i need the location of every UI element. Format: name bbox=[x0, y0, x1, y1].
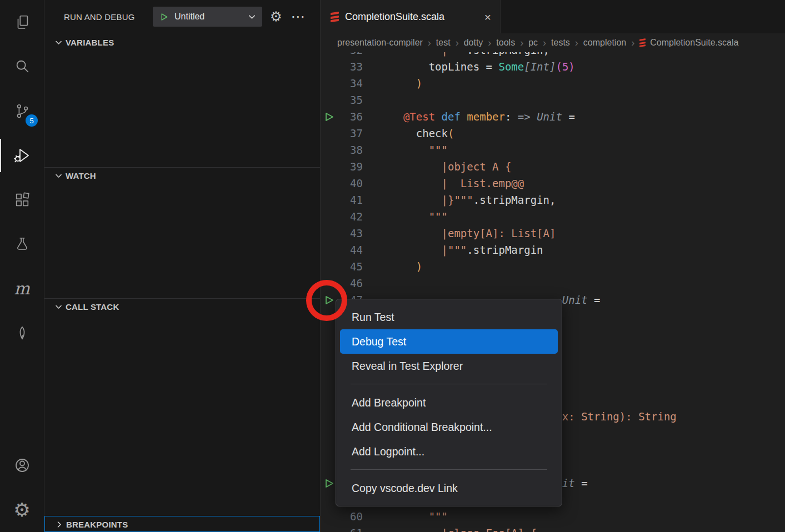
source-control-icon[interactable]: 5 bbox=[0, 89, 44, 133]
breadcrumb-item[interactable]: tests bbox=[551, 38, 570, 48]
line-number: 40 bbox=[337, 175, 363, 192]
code-text: topLines = Some[Int](5) bbox=[363, 58, 575, 75]
code-line-37: 37 check( bbox=[321, 125, 785, 142]
chevron-right-icon bbox=[54, 520, 64, 529]
line-number: 37 bbox=[337, 125, 363, 142]
code-line-32: 32 |""".stripMargin, bbox=[321, 52, 785, 58]
gutter bbox=[321, 92, 337, 108]
vscode-window: 5 m bbox=[0, 0, 785, 532]
accounts-icon[interactable] bbox=[0, 443, 44, 488]
breadcrumb-item[interactable]: completion bbox=[583, 38, 626, 48]
breadcrumb-item[interactable]: CompletionSuite.scala bbox=[650, 38, 738, 48]
menu-item-debug-test[interactable]: Debug Test bbox=[340, 329, 558, 354]
menu-item-add-conditional-breakpoint[interactable]: Add Conditional Breakpoint... bbox=[340, 415, 558, 439]
gutter bbox=[321, 192, 337, 208]
gutter bbox=[321, 441, 337, 458]
code-text: @Test def member: => Unit = bbox=[363, 108, 575, 125]
gutter bbox=[321, 175, 337, 192]
code-line-44: 44 |""".stripMargin bbox=[321, 242, 785, 258]
search-icon[interactable] bbox=[0, 44, 44, 89]
section-header-watch[interactable]: WATCH bbox=[44, 168, 320, 184]
code-line-33: 33 topLines = Some[Int](5) bbox=[321, 58, 785, 75]
menu-separator bbox=[351, 384, 547, 384]
red-circle-annotation bbox=[306, 280, 347, 321]
extensions-icon[interactable] bbox=[0, 178, 44, 222]
line-number: 38 bbox=[337, 142, 363, 158]
menu-item-run-test[interactable]: Run Test bbox=[340, 305, 558, 329]
breadcrumb: presentation-compiler›test›dotty›tools›p… bbox=[321, 33, 785, 52]
code-text: ) bbox=[363, 75, 422, 92]
line-number: 39 bbox=[337, 158, 363, 175]
breadcrumb-separator-icon: › bbox=[543, 37, 546, 49]
explorer-icon[interactable] bbox=[0, 0, 44, 44]
gutter bbox=[321, 242, 337, 258]
menu-item-copy-vscode-dev-link[interactable]: Copy vscode.dev Link bbox=[340, 476, 558, 500]
section-label: WATCH bbox=[66, 171, 96, 180]
breadcrumb-item[interactable]: pc bbox=[528, 38, 538, 48]
menu-item-reveal-in-test-explorer[interactable]: Reveal in Test Explorer bbox=[340, 354, 558, 378]
breadcrumb-item[interactable]: test bbox=[436, 38, 451, 48]
section-header-call-stack[interactable]: CALL STACK bbox=[44, 299, 320, 315]
start-debugging-icon[interactable] bbox=[159, 12, 169, 22]
code-line-45: 45 ) bbox=[321, 258, 785, 275]
activity-bar: 5 m bbox=[0, 0, 44, 532]
close-tab-icon[interactable]: × bbox=[482, 11, 493, 23]
launch-config-dropdown[interactable]: Untitled bbox=[153, 7, 262, 27]
code-line-41: 41 |}""".stripMargin, bbox=[321, 192, 785, 208]
chevron-down-icon bbox=[54, 171, 63, 180]
gutter bbox=[321, 342, 337, 358]
metals-icon[interactable]: m bbox=[0, 267, 44, 311]
breadcrumb-separator-icon: › bbox=[488, 37, 491, 49]
gutter bbox=[321, 325, 337, 342]
scala-file-icon bbox=[639, 38, 646, 47]
gutter bbox=[321, 158, 337, 175]
more-actions-icon[interactable]: ⋯ bbox=[291, 9, 306, 24]
gutter bbox=[321, 392, 337, 408]
section-call-stack: CALL STACK bbox=[44, 298, 320, 315]
section-variables: VARIABLES bbox=[44, 34, 320, 51]
gutter bbox=[321, 52, 337, 58]
code-line-38: 38 """ bbox=[321, 142, 785, 158]
mongodb-icon[interactable] bbox=[0, 311, 44, 355]
breadcrumb-item[interactable]: presentation-compiler bbox=[337, 38, 423, 48]
gutter bbox=[321, 208, 337, 225]
tab-completionsuite-scala[interactable]: CompletionSuite.scala × bbox=[321, 0, 501, 33]
run-and-debug-icon[interactable] bbox=[0, 133, 44, 178]
gutter bbox=[321, 458, 337, 475]
run-test-gutter-icon[interactable] bbox=[321, 475, 337, 491]
chevron-down-icon bbox=[54, 302, 63, 312]
line-number: 35 bbox=[337, 92, 363, 108]
line-number: 61 bbox=[337, 525, 363, 532]
testing-icon[interactable] bbox=[0, 222, 44, 267]
breadcrumb-item[interactable]: dotty bbox=[464, 38, 483, 48]
gutter bbox=[321, 58, 337, 75]
code-line-42: 42 """ bbox=[321, 208, 785, 225]
menu-item-add-logpoint[interactable]: Add Logpoint... bbox=[340, 439, 558, 464]
section-label: VARIABLES bbox=[66, 38, 114, 47]
line-number: 32 bbox=[337, 52, 363, 58]
breadcrumb-separator-icon: › bbox=[456, 37, 459, 49]
gutter bbox=[321, 142, 337, 158]
breadcrumb-item[interactable]: tools bbox=[496, 38, 515, 48]
section-watch: WATCH bbox=[44, 167, 320, 184]
settings-gear-icon[interactable]: ⚙ bbox=[0, 488, 44, 532]
tab-label: CompletionSuite.scala bbox=[345, 11, 476, 23]
code-line-40: 40 | List.emp@@ bbox=[321, 175, 785, 192]
configure-gear-icon[interactable]: ⚙ bbox=[270, 10, 282, 23]
menu-item-add-breakpoint[interactable]: Add Breakpoint bbox=[340, 390, 558, 415]
section-header-breakpoints[interactable]: BREAKPOINTS bbox=[45, 516, 319, 532]
section-breakpoints: BREAKPOINTS bbox=[44, 516, 320, 532]
run-test-gutter-icon[interactable] bbox=[321, 108, 337, 125]
source-control-badge: 5 bbox=[26, 114, 38, 127]
section-header-variables[interactable]: VARIABLES bbox=[44, 34, 320, 51]
line-number: 60 bbox=[337, 508, 363, 525]
line-number: 36 bbox=[337, 108, 363, 125]
code-line-60: 60 """ bbox=[321, 508, 785, 525]
run-and-debug-sidebar: RUN AND DEBUG Untitled ⚙ ⋯ VARIABLES bbox=[44, 0, 321, 532]
code-text: |""".stripMargin bbox=[363, 242, 543, 258]
gutter bbox=[321, 525, 337, 532]
code-line-36: 36 @Test def member: => Unit = bbox=[321, 108, 785, 125]
section-label: CALL STACK bbox=[66, 302, 119, 312]
tab-bar: CompletionSuite.scala × bbox=[321, 0, 785, 33]
code-text: |empty[A]: List[A] bbox=[363, 225, 556, 242]
